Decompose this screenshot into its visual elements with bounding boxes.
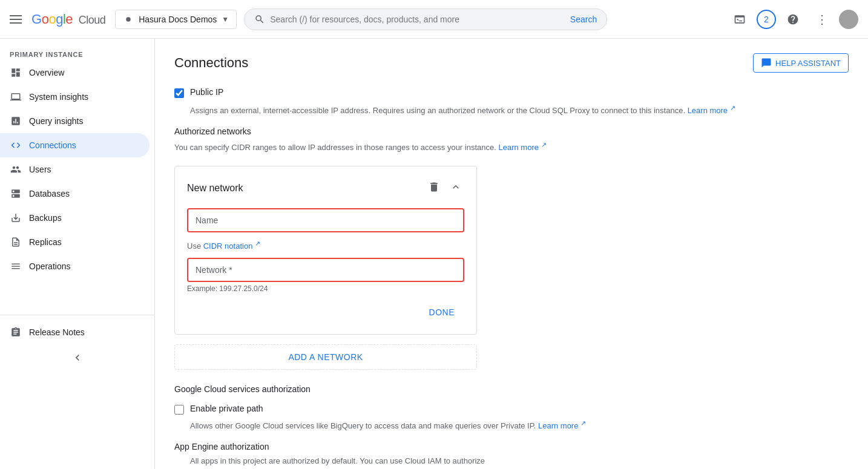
replicas-icon: [10, 236, 22, 248]
users-icon: [10, 163, 22, 175]
network-input[interactable]: [187, 258, 464, 282]
overview-icon: [10, 67, 22, 79]
search-bar-icon: [254, 14, 265, 25]
public-ip-description: Assigns an external, internet-accessible…: [190, 103, 849, 117]
search-button[interactable]: Search: [570, 15, 597, 24]
query-insights-icon: [10, 115, 22, 127]
sidebar-item-replicas-label: Replicas: [29, 237, 62, 247]
more-options-icon: ⋮: [816, 12, 828, 27]
sidebar-collapse-icon: [71, 352, 84, 364]
network-card-title: New network: [187, 183, 243, 194]
help-icon-button[interactable]: [781, 7, 805, 31]
help-assistant-button[interactable]: HELP ASSISTANT: [753, 53, 849, 73]
name-input[interactable]: [187, 208, 464, 232]
sidebar-item-operations[interactable]: Operations: [0, 254, 150, 278]
sidebar-collapse-button[interactable]: [0, 344, 154, 371]
sidebar-item-query-insights[interactable]: Query insights: [0, 109, 150, 133]
delete-network-button[interactable]: [426, 179, 442, 198]
sidebar-item-connections[interactable]: Connections: [0, 133, 150, 157]
release-notes-icon: [10, 326, 22, 338]
network-example-text: Example: 199.27.25.0/24: [187, 284, 464, 293]
name-field-container: [187, 208, 464, 232]
cidr-external-link-icon: ↗: [255, 240, 260, 247]
project-selector[interactable]: Hasura Docs Demos ▼: [115, 10, 237, 29]
gcs-authorization-title: Google Cloud services authorization: [174, 384, 849, 394]
sidebar-item-overview[interactable]: Overview: [0, 61, 150, 85]
sidebar-item-release-notes-label: Release Notes: [29, 327, 85, 337]
sidebar-item-users-label: Users: [29, 165, 51, 174]
more-options-icon-button[interactable]: ⋮: [810, 7, 834, 31]
sidebar-item-replicas[interactable]: Replicas: [0, 230, 150, 254]
enable-private-path-row: Enable private path: [174, 404, 849, 415]
page-title: Connections: [174, 55, 248, 71]
public-ip-external-link-icon: ↗: [730, 104, 735, 111]
search-bar[interactable]: Search: [244, 8, 607, 30]
sidebar: PRIMARY INSTANCE Overview System insight…: [0, 39, 155, 469]
terminal-icon-button[interactable]: [728, 7, 752, 31]
sidebar-item-overview-label: Overview: [29, 68, 64, 77]
delete-icon: [428, 181, 440, 193]
sidebar-item-databases[interactable]: Databases: [0, 182, 150, 206]
authorized-networks-external-link-icon: ↗: [541, 141, 547, 148]
private-path-external-link-icon: ↗: [580, 419, 586, 427]
enable-private-path-checkbox[interactable]: [174, 405, 184, 415]
system-insights-icon: [10, 91, 22, 103]
private-path-learn-more-link[interactable]: Learn more ↗: [538, 421, 586, 430]
enable-private-path-label: Enable private path: [190, 404, 263, 413]
search-input[interactable]: [270, 15, 565, 24]
use-cidr-label: Use CIDR notation ↗: [187, 240, 464, 251]
network-card-actions: [426, 179, 464, 198]
navbar-right: 2 ⋮: [728, 7, 858, 31]
sidebar-item-backups[interactable]: Backups: [0, 206, 150, 230]
project-selector-icon: [123, 14, 134, 25]
authorized-networks-learn-more-link[interactable]: Learn more ↗: [498, 143, 546, 152]
public-ip-label: Public IP: [190, 87, 223, 97]
network-field-container: Example: 199.27.25.0/24: [187, 258, 464, 293]
collapse-network-button[interactable]: [447, 179, 464, 198]
svg-point-0: [126, 17, 131, 22]
terminal-icon: [734, 13, 746, 25]
sidebar-item-query-insights-label: Query insights: [29, 116, 83, 126]
google-cloud-logo: Google Cloud: [31, 11, 105, 27]
network-card-header: New network: [187, 179, 464, 198]
done-row: DONE: [187, 303, 464, 322]
project-selector-arrow: ▼: [222, 15, 229, 24]
backups-icon: [10, 212, 22, 224]
sidebar-item-users[interactable]: Users: [0, 157, 150, 182]
help-assistant-label: HELP ASSISTANT: [775, 59, 841, 68]
connections-icon: [10, 139, 22, 151]
sidebar-item-databases-label: Databases: [29, 189, 70, 198]
public-ip-row: Public IP: [174, 87, 849, 98]
main-content: Connections HELP ASSISTANT Public IP Ass…: [155, 39, 868, 469]
navbar: Google Cloud Hasura Docs Demos ▼ Search …: [0, 0, 868, 39]
app-engine-title: App Engine authorization: [174, 442, 849, 451]
collapse-icon: [450, 181, 462, 193]
project-name: Hasura Docs Demos: [139, 15, 217, 24]
help-assistant-icon: [761, 57, 772, 68]
public-ip-checkbox[interactable]: [174, 88, 184, 98]
authorized-networks-title: Authorized networks: [174, 126, 849, 136]
help-icon: [787, 13, 799, 25]
sidebar-item-connections-label: Connections: [29, 140, 76, 150]
public-ip-learn-more-link[interactable]: Learn more ↗: [688, 106, 735, 115]
authorized-networks-description: You can specify CIDR ranges to allow IP …: [174, 140, 849, 154]
notification-badge[interactable]: 2: [757, 10, 776, 29]
app-engine-description: All apps in this project are authorized …: [190, 455, 849, 467]
hamburger-menu-icon[interactable]: [10, 15, 22, 24]
user-avatar[interactable]: [839, 10, 858, 29]
enable-private-path-description: Allows other Google Cloud services like …: [190, 418, 849, 432]
sidebar-item-operations-label: Operations: [29, 261, 70, 271]
cidr-notation-link[interactable]: CIDR notation ↗: [203, 241, 260, 251]
done-button[interactable]: DONE: [419, 303, 464, 322]
sidebar-item-backups-label: Backups: [29, 213, 62, 223]
sidebar-item-system-insights-label: System insights: [29, 92, 88, 102]
navbar-left: Google Cloud Hasura Docs Demos ▼: [10, 10, 237, 29]
add-network-button[interactable]: ADD A NETWORK: [174, 344, 477, 370]
sidebar-section-label: PRIMARY INSTANCE: [0, 44, 154, 61]
layout: PRIMARY INSTANCE Overview System insight…: [0, 39, 868, 469]
operations-icon: [10, 260, 22, 272]
sidebar-item-system-insights[interactable]: System insights: [0, 85, 150, 109]
new-network-card: New network: [174, 166, 477, 335]
sidebar-item-release-notes[interactable]: Release Notes: [0, 320, 150, 344]
databases-icon: [10, 188, 22, 200]
